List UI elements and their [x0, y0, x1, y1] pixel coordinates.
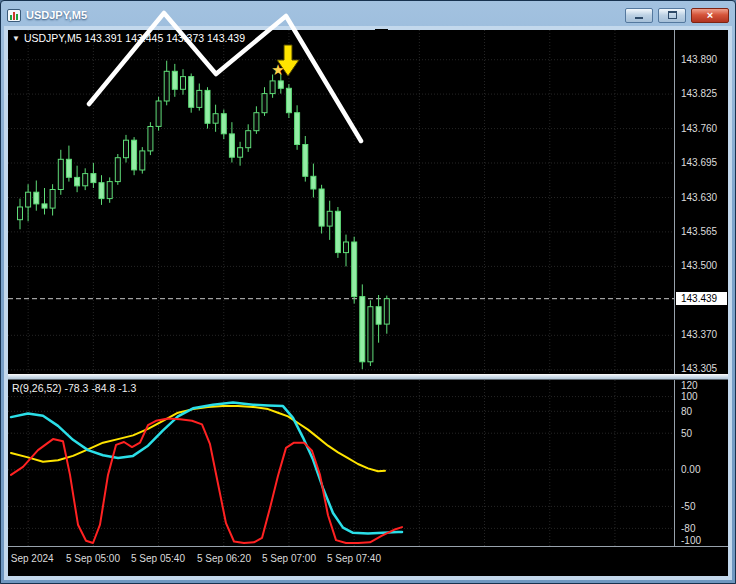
candle-body: [270, 81, 275, 94]
candle-body: [352, 242, 357, 297]
candle-body: [286, 88, 291, 112]
symbol-ohlc-label: ▼USDJPY,M5 143.391 143.445 143.373 143.4…: [12, 32, 245, 44]
candle-body: [384, 299, 389, 324]
chart-menu-arrow-icon[interactable]: ▼: [12, 34, 20, 43]
candle-body: [34, 192, 39, 204]
candle-body: [197, 90, 202, 107]
candle-body: [164, 71, 169, 101]
indicator-axis-label: -80: [681, 523, 695, 534]
time-label: 5 Sep 07:40: [319, 553, 389, 564]
main-chart-area[interactable]: ▼USDJPY,M5 143.391 143.445 143.373 143.4…: [8, 30, 674, 374]
time-label: 5 Sep 05:00: [58, 553, 128, 564]
candle-body: [360, 297, 365, 362]
candle-body: [75, 177, 80, 186]
indicator-axis-label: 100: [681, 391, 698, 402]
indicator-axis-label: 50: [681, 428, 692, 439]
candle-body: [26, 192, 31, 207]
price-label: 143.305: [681, 363, 717, 374]
candle-body: [18, 207, 23, 220]
chart-app-icon: [7, 9, 21, 22]
time-label: 5 Sep 06:20: [189, 553, 259, 564]
candle-body: [368, 307, 373, 362]
candle-body: [132, 140, 137, 170]
candle-body: [205, 90, 210, 123]
price-axis[interactable]: 143.890 143.825 143.760 143.695 143.630 …: [674, 30, 728, 374]
time-label: 5 Sep 2024: [8, 553, 63, 564]
candle-body: [213, 114, 218, 124]
candle-body: [156, 101, 161, 126]
indicator-axis-label: -50: [681, 501, 695, 512]
price-label: 143.630: [681, 192, 717, 203]
candle-body: [189, 77, 194, 108]
price-label: 143.890: [681, 54, 717, 65]
indicator-axis-label: 80: [681, 406, 692, 417]
candle-body: [229, 134, 234, 157]
terminal: ▼USDJPY,M5 143.391 143.445 143.373 143.4…: [8, 30, 728, 576]
candle-body: [148, 127, 153, 151]
candle-body: [278, 81, 283, 88]
candle-body: [303, 145, 308, 177]
candle-body: [295, 113, 300, 145]
indicator-axis-label: -100: [681, 535, 701, 546]
candle-body: [124, 140, 129, 158]
indicator-axis-label: 0.00: [681, 464, 700, 475]
candle-body: [140, 151, 145, 170]
candle-body: [254, 113, 259, 131]
indicator-svg[interactable]: [8, 380, 674, 546]
candle-body: [115, 158, 120, 182]
candle-body: [335, 211, 340, 252]
candle-body: [221, 114, 226, 134]
chart-client-area: ▼USDJPY,M5 143.391 143.445 143.373 143.4…: [4, 26, 732, 580]
minimize-button[interactable]: [625, 8, 653, 23]
candle-body: [91, 174, 96, 183]
candle-body: [172, 71, 177, 89]
candle-body: [327, 211, 332, 226]
candle-body: [50, 190, 55, 209]
candle-body: [99, 183, 104, 199]
price-label: 143.695: [681, 157, 717, 168]
candle-body: [238, 148, 243, 158]
candle-body: [42, 204, 47, 208]
bid-price-tag: 143.439: [676, 292, 727, 305]
candle-body: [344, 242, 349, 253]
candle-body: [83, 174, 88, 186]
minimize-icon: [635, 17, 643, 19]
candle-body: [66, 159, 71, 177]
candle-body: [181, 77, 186, 90]
indicator-label: R(9,26,52) -78.3 -84.8 -1.3: [12, 382, 136, 394]
indicator-line-cyan: [11, 403, 402, 534]
main-chart-svg[interactable]: [8, 30, 674, 374]
price-label: 143.370: [681, 329, 717, 340]
window-title: USDJPY,M5: [26, 9, 87, 21]
time-axis[interactable]: 5 Sep 2024 5 Sep 05:00 5 Sep 05:40 5 Sep…: [8, 546, 728, 576]
chart-window: USDJPY,M5 × ▼USDJPY,M5 143.391 143.445 1…: [0, 0, 736, 584]
ohlc-text: USDJPY,M5 143.391 143.445 143.373 143.43…: [24, 32, 245, 44]
close-button[interactable]: ×: [691, 8, 729, 23]
indicator-panel[interactable]: R(9,26,52) -78.3 -84.8 -1.3: [8, 380, 674, 546]
candle-body: [262, 94, 267, 113]
price-label: 143.500: [681, 260, 717, 271]
candle-body: [319, 189, 324, 226]
price-label: 143.565: [681, 226, 717, 237]
time-label: 5 Sep 07:00: [254, 553, 324, 564]
candle-body: [107, 182, 112, 199]
time-label: 5 Sep 05:40: [123, 553, 193, 564]
titlebar[interactable]: USDJPY,M5 ×: [4, 4, 732, 26]
restore-icon: [668, 11, 677, 19]
candle-body: [311, 176, 316, 189]
indicator-axis[interactable]: 120 100 80 50 0.00 -50 -80 -100: [674, 380, 728, 546]
restore-button[interactable]: [658, 8, 686, 23]
candle-body: [246, 131, 251, 148]
candle-body: [376, 307, 381, 325]
indicator-axis-label: 120: [681, 380, 698, 391]
price-label: 143.825: [681, 88, 717, 99]
price-label: 143.760: [681, 123, 717, 134]
candle-body: [58, 159, 63, 189]
